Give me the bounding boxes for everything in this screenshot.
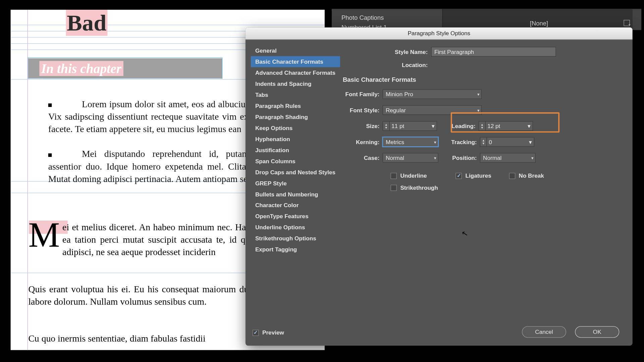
leading-value: 12 pt [487, 123, 500, 129]
paragraph-text: Cu quo inermis sententiae, diam fabulas … [28, 333, 205, 344]
sidebar-item-underline-options[interactable]: Underline Options [251, 222, 340, 233]
font-style-value: Regular [386, 107, 406, 113]
ligatures-checkbox[interactable]: Ligatures [456, 172, 491, 179]
ligatures-label: Ligatures [466, 172, 491, 179]
sidebar-item-general[interactable]: General [251, 45, 340, 56]
size-label: Size: [343, 123, 383, 129]
font-style-label: Font Style: [343, 107, 383, 113]
bullet-icon [48, 104, 52, 107]
sidebar-item-tabs[interactable]: Tabs [251, 89, 340, 100]
sidebar-item-grep-style[interactable]: GREP Style [251, 178, 340, 189]
bullet-icon [48, 153, 52, 157]
font-family-value: Minion Pro [386, 91, 413, 98]
tracking-label: Tracking: [438, 138, 480, 145]
leading-combo[interactable]: 12 pt▾ [485, 121, 533, 131]
case-combo[interactable]: Normal▾ [383, 153, 438, 163]
sidebar-item-strikethrough-options[interactable]: Strikethrough Options [251, 233, 340, 244]
tracking-value: 0 [489, 138, 492, 145]
style-name-label: Style Name: [343, 48, 431, 55]
kerning-combo[interactable]: Metrics▾ [383, 137, 438, 147]
chevron-down-icon: ▾ [432, 123, 435, 129]
chapter-heading-block[interactable]: In this chapter [28, 58, 222, 78]
panel-item[interactable]: [None] [530, 20, 548, 27]
location-label: Location: [343, 62, 431, 68]
sidebar-item-advanced-character-formats[interactable]: Advanced Character Formats [251, 67, 340, 78]
chevron-down-icon: ▾ [531, 156, 534, 161]
position-combo[interactable]: Normal▾ [480, 153, 536, 163]
strikethrough-label: Strikethrough [400, 184, 438, 191]
sidebar-item-hyphenation[interactable]: Hyphenation [251, 133, 340, 144]
chevron-down-icon: ▾ [477, 108, 480, 113]
section-heading: Basic Character Formats [343, 76, 626, 83]
sidebar-item-opentype-features[interactable]: OpenType Features [251, 211, 340, 222]
preview-label: Preview [262, 329, 284, 336]
sidebar-item-paragraph-shading[interactable]: Paragraph Shading [251, 111, 340, 122]
font-family-label: Font Family: [343, 91, 383, 98]
panel-item[interactable]: Photo Captions [341, 14, 384, 21]
tracking-combo[interactable]: 0▾ [487, 137, 534, 147]
nobreak-checkbox[interactable]: No Break [509, 172, 544, 179]
font-family-combo[interactable]: Minion Pro▾ [383, 89, 482, 99]
dialog-title: Paragraph Style Options [246, 27, 633, 40]
sidebar-item-drop-caps[interactable]: Drop Caps and Nested Styles [251, 167, 340, 178]
sidebar-item-keep-options[interactable]: Keep Options [251, 122, 340, 133]
size-combo[interactable]: 11 pt▾ [389, 121, 437, 131]
sidebar-item-export-tagging[interactable]: Export Tagging [251, 244, 340, 255]
case-value: Normal [386, 155, 404, 161]
preview-checkbox[interactable]: Preview [253, 329, 284, 336]
chevron-down-icon: ▾ [477, 92, 480, 97]
font-style-combo[interactable]: Regular▾ [383, 105, 482, 115]
kerning-value: Metrics [386, 138, 404, 145]
sidebar-item-justification[interactable]: Justification [251, 144, 340, 156]
chevron-down-icon: ▾ [529, 138, 532, 145]
size-stepper[interactable]: ▲▼ [383, 121, 390, 131]
chevron-down-icon: ▾ [434, 156, 436, 161]
position-label: Position: [438, 155, 480, 161]
page-heading[interactable]: Bad [66, 10, 107, 36]
chapter-heading-text: In this chapter [41, 61, 122, 75]
sidebar-item-span-columns[interactable]: Span Columns [251, 156, 340, 167]
sidebar-item-bullets-numbering[interactable]: Bullets and Numbering [251, 189, 340, 200]
new-style-icon[interactable] [624, 20, 630, 26]
leading-label: Leading: [437, 123, 479, 129]
dialog-sidebar: General Basic Character Formats Advanced… [251, 45, 340, 255]
sidebar-item-basic-character-formats[interactable]: Basic Character Formats [251, 56, 340, 67]
leading-stepper[interactable]: ▲▼ [479, 121, 486, 131]
size-value: 11 pt [391, 123, 404, 129]
nobreak-label: No Break [519, 172, 544, 179]
cancel-button[interactable]: Cancel [522, 326, 566, 338]
drop-cap: M [28, 221, 62, 248]
ok-button[interactable]: OK [575, 326, 619, 338]
style-name-input[interactable] [431, 47, 556, 57]
kerning-label: Kerning: [343, 138, 383, 145]
paragraph-style-options-dialog: Paragraph Style Options General Basic Ch… [246, 27, 633, 346]
underline-checkbox[interactable]: Underline [390, 172, 438, 179]
dialog-form: Style Name: Location: Basic Character Fo… [343, 45, 626, 191]
sidebar-item-paragraph-rules[interactable]: Paragraph Rules [251, 100, 340, 111]
position-value: Normal [483, 155, 501, 161]
sidebar-item-indents-and-spacing[interactable]: Indents and Spacing [251, 78, 340, 89]
strikethrough-checkbox[interactable]: Strikethrough [390, 184, 438, 191]
chevron-down-icon: ▾ [528, 123, 531, 129]
tracking-stepper[interactable]: ▲▼ [480, 137, 487, 147]
underline-label: Underline [400, 172, 427, 179]
sidebar-item-character-color[interactable]: Character Color [251, 200, 340, 211]
case-label: Case: [343, 155, 383, 161]
chevron-down-icon: ▾ [434, 139, 436, 144]
